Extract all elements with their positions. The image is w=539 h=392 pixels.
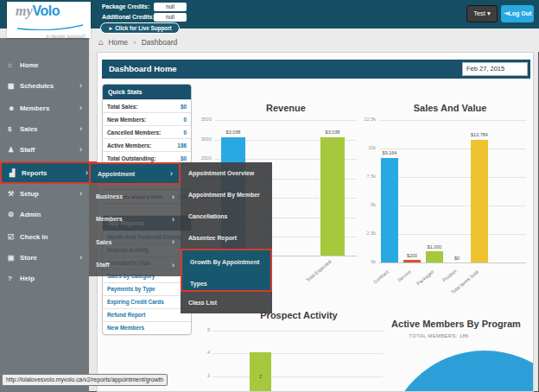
stat-row: New Members: 0 [103, 112, 191, 125]
y-tick: 12.5k [357, 117, 376, 122]
stat-value: 0 [183, 130, 187, 136]
people-icon: ♟ [8, 146, 20, 154]
chevron-right-icon: › [79, 81, 82, 90]
gridline [379, 149, 526, 149]
logout-button[interactable]: ⇥Log Out [501, 5, 534, 22]
pie-slice [385, 351, 534, 392]
chevron-right-icon: › [172, 237, 174, 246]
menu-item-absentee-report[interactable]: Absentee Report [181, 227, 272, 249]
menu-item-cancellations[interactable]: Cancellations [181, 205, 272, 227]
question-icon: ? [8, 275, 20, 282]
chevron-right-icon: › [172, 215, 174, 224]
myvolo-logo: myVolo by Member Solutions® [7, 2, 91, 38]
gridline [215, 120, 357, 121]
live-support-button[interactable]: ► Click for Live Support [100, 22, 180, 34]
y-tick: 3500 [189, 117, 212, 122]
menu-item-appointment-overview[interactable]: Appointment Overview [181, 162, 272, 184]
sidebar-item-label: Staff [20, 146, 35, 154]
menu-item-label: Appointment [98, 171, 135, 177]
report-link[interactable]: Refund Report [103, 308, 191, 321]
chevron-right-icon: › [172, 261, 174, 269]
axis-line [379, 262, 526, 263]
x-tick: Total Expected [305, 259, 332, 283]
x-tick: Packages [415, 269, 434, 286]
menu-item-sales[interactable]: Sales › [89, 231, 181, 253]
home-icon: ⌂ [98, 37, 104, 47]
sidebar-item-reports[interactable]: ▟ Reports › [0, 161, 97, 184]
report-link[interactable]: New Members [103, 321, 191, 334]
stat-value: 0 [183, 117, 187, 123]
sidebar-item-help[interactable]: ? Help [0, 271, 89, 285]
y-tick: 7.5k [357, 174, 376, 179]
stat-row: Active Members: 186 [103, 138, 191, 151]
chevron-right-icon: › [79, 124, 82, 133]
gridline [212, 353, 383, 354]
menu-item-growth-by-appointment-types[interactable]: Growth By Appointment Types [181, 249, 272, 292]
menu-item-business[interactable]: Business › [89, 185, 181, 207]
logout-label: Log Out [509, 10, 532, 16]
chart-subtitle: TOTAL MEMBERS: 186 [365, 333, 512, 338]
report-link[interactable]: Payments by Type [103, 282, 191, 295]
stat-label: Total Outstanding: [107, 155, 155, 161]
logo-volo: Volo [33, 3, 60, 18]
report-link[interactable]: Expiring Credit Cards [103, 295, 191, 308]
breadcrumb-current: Dashboard [142, 38, 178, 47]
user-menu-label: Test [473, 9, 485, 17]
menu-item-label: Staff [96, 262, 110, 268]
sidebar-item-store[interactable]: ▣ Store › [0, 250, 89, 264]
wrench-icon: ⚒ [8, 190, 20, 198]
sidebar-item-home[interactable]: ⌂ Home [0, 58, 89, 72]
y-tick: 0k [357, 259, 376, 264]
sidebar-item-admin[interactable]: ⚙ Admin [0, 207, 89, 221]
bar-contract [381, 158, 398, 262]
chevron-right-icon: › [170, 169, 173, 178]
cart-icon: ▣ [8, 254, 20, 262]
x-tick: Contract [372, 269, 390, 285]
sidebar-item-label: Sales [20, 125, 37, 133]
sidebar-item-label: Check In [20, 233, 48, 241]
logo-swoosh [16, 24, 85, 30]
menu-item-appointment-by-member[interactable]: Appointment By Member [181, 184, 272, 205]
bar-prospect [250, 352, 271, 392]
chevron-right-icon: › [79, 145, 82, 154]
bar-value-label: $10,784 [462, 132, 497, 137]
dollar-icon: $ [8, 125, 20, 133]
stat-label: New Members: [107, 117, 146, 123]
package-credits-field[interactable]: null [154, 3, 187, 11]
calendar-icon: ▦ [8, 82, 20, 90]
bar-chart-icon: ▟ [10, 169, 22, 177]
sidebar-item-schedules[interactable]: ▦ Schedules › [0, 79, 89, 92]
sidebar-item-label: Setup [20, 190, 39, 198]
quick-stats-card: Quick Stats Total Sales: $0 New Members:… [102, 84, 192, 165]
sidebar-item-staff[interactable]: ♟ Staff › [0, 142, 89, 156]
logo-tagline: by Member Solutions® [16, 35, 86, 39]
chevron-right-icon: › [79, 253, 82, 262]
logo-my: my [16, 3, 33, 18]
menu-item-class-list[interactable]: Class List [181, 292, 272, 313]
menu-item-staff[interactable]: Staff › [89, 254, 181, 276]
additional-credits-field[interactable]: null [154, 13, 187, 22]
sidebar-item-label: Admin [20, 211, 41, 218]
sidebar-item-checkin[interactable]: ☑ Check In [0, 230, 89, 243]
chevron-right-icon: › [79, 189, 82, 198]
sidebar-item-label: Help [20, 275, 35, 282]
chart-title: Sales And Value [374, 103, 526, 113]
page-title-bar: Dashboard Home Feb 27, 2015 [102, 60, 530, 79]
user-menu-button[interactable]: Test ▾ [466, 5, 498, 22]
sidebar-item-setup[interactable]: ⚒ Setup › [0, 187, 89, 200]
gridline [212, 376, 383, 377]
date-field[interactable]: Feb 27, 2015 [462, 62, 528, 76]
menu-item-members[interactable]: Members › [89, 208, 181, 231]
sidebar-item-members[interactable]: ☻ Members › [0, 101, 89, 115]
breadcrumb-home-link[interactable]: Home [108, 38, 128, 47]
stat-row: Total Sales: $0 [103, 99, 191, 112]
gear-icon: ⚙ [8, 211, 20, 218]
menu-item-appointment[interactable]: Appointment › [89, 162, 181, 185]
stat-label: Active Members: [107, 142, 151, 149]
chart-title: Active Members By Program [383, 319, 529, 329]
chevron-right-icon: › [172, 193, 174, 201]
y-tick: 5k [357, 202, 376, 207]
stat-label: Cancelled Members: [107, 130, 161, 136]
bar-value-label: $0 [440, 256, 474, 261]
sidebar-item-sales[interactable]: $ Sales › [0, 122, 89, 136]
